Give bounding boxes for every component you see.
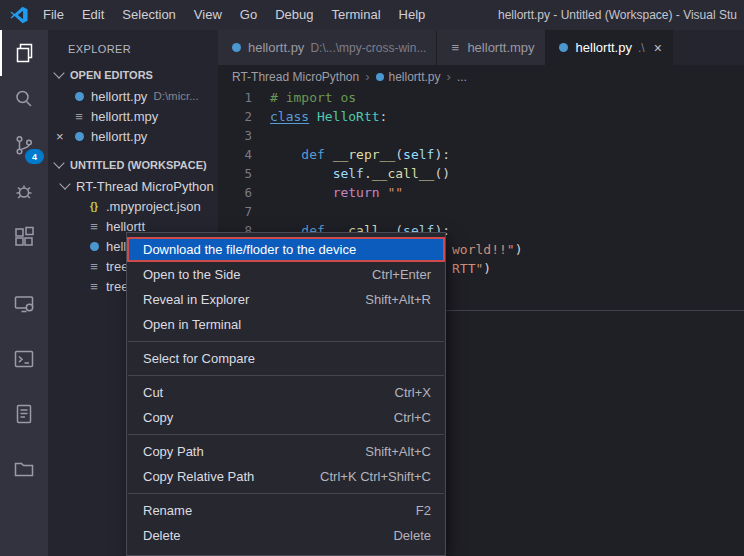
python-file-icon bbox=[556, 43, 572, 52]
titlebar: FileEditSelectionViewGoDebugTerminalHelp… bbox=[0, 0, 744, 30]
scm-badge: 4 bbox=[25, 149, 44, 164]
line-number: 1 bbox=[218, 88, 252, 107]
code-text: # import os bbox=[270, 88, 356, 107]
activity-terminal-button[interactable] bbox=[0, 336, 48, 382]
activity-bar: 4 bbox=[0, 30, 48, 556]
context-menu-item-cut[interactable]: CutCtrl+X bbox=[127, 380, 445, 405]
output-document-icon bbox=[12, 402, 36, 426]
open-editor-name: hellortt.mpy bbox=[91, 109, 158, 124]
code-text: class HelloRtt: bbox=[270, 107, 387, 126]
workspace-header[interactable]: UNTITLED (WORKSPACE) bbox=[48, 154, 218, 176]
menu-terminal[interactable]: Terminal bbox=[322, 0, 389, 30]
shortcut-label: Ctrl+C bbox=[394, 410, 431, 425]
python-file-icon bbox=[228, 43, 244, 52]
tab-description: D:\...\mpy-cross-win... bbox=[310, 41, 426, 55]
open-editor-item[interactable]: ×≡hellortt.mpy bbox=[48, 106, 218, 126]
chevron-down-icon bbox=[59, 178, 70, 189]
context-menu-item-copy-path[interactable]: Copy PathShift+Alt+C bbox=[127, 439, 445, 464]
code-line: 3 bbox=[218, 126, 744, 145]
context-menu-item-reveal-in-explorer[interactable]: Reveal in ExplorerShift+Alt+R bbox=[127, 287, 445, 312]
line-number: 6 bbox=[218, 183, 252, 202]
context-menu-item-download-the-file-floder-to-the-device[interactable]: Download the file/floder to the device bbox=[127, 237, 445, 262]
tab-description: .\ bbox=[638, 41, 645, 55]
code-text: RTT") bbox=[452, 259, 491, 278]
code-line: 2class HelloRtt: bbox=[218, 107, 744, 126]
breadcrumb-item[interactable]: hellortt.py bbox=[389, 70, 441, 84]
menu-file[interactable]: File bbox=[34, 0, 73, 30]
open-editor-item[interactable]: ×hellortt.py bbox=[48, 126, 218, 146]
activity-folder-button[interactable] bbox=[0, 446, 48, 492]
python-file-icon bbox=[376, 73, 384, 81]
menu-go[interactable]: Go bbox=[231, 0, 266, 30]
context-menu-item-copy-relative-path[interactable]: Copy Relative PathCtrl+K Ctrl+Shift+C bbox=[127, 464, 445, 489]
context-menu-item-delete[interactable]: DeleteDelete bbox=[127, 523, 445, 548]
menu-separator bbox=[128, 434, 444, 435]
code-line: 7 bbox=[218, 202, 744, 221]
activity-debug-button[interactable] bbox=[0, 168, 48, 214]
activity-explorer-button[interactable] bbox=[0, 30, 48, 76]
menu-edit[interactable]: Edit bbox=[73, 0, 113, 30]
file-lines-icon: ≡ bbox=[86, 259, 102, 274]
context-menu-item-open-in-terminal[interactable]: Open in Terminal bbox=[127, 312, 445, 337]
close-icon[interactable]: × bbox=[654, 40, 662, 56]
open-editors-list: ×hellortt.pyD:\micr...×≡hellortt.mpy×hel… bbox=[48, 86, 218, 146]
file-name: .mpyproject.json bbox=[106, 199, 201, 214]
line-number: 3 bbox=[218, 126, 252, 145]
json-file-icon: {} bbox=[86, 201, 102, 212]
chevron-right-icon: › bbox=[365, 69, 369, 84]
shortcut-label: F2 bbox=[416, 503, 431, 518]
python-file-icon bbox=[71, 92, 87, 101]
code-line: 1# import os bbox=[218, 88, 744, 107]
extensions-icon bbox=[12, 225, 36, 249]
close-icon[interactable]: × bbox=[52, 129, 71, 144]
menu-separator bbox=[128, 341, 444, 342]
folder-label: RT-Thread MicroPython bbox=[76, 179, 214, 194]
shortcut-label: Shift+Alt+R bbox=[365, 292, 431, 307]
menu-view[interactable]: View bbox=[185, 0, 231, 30]
menu-debug[interactable]: Debug bbox=[266, 0, 322, 30]
files-icon bbox=[13, 41, 37, 65]
code-line: 4 def __repr__(self): bbox=[218, 145, 744, 164]
tab-label: hellortt.mpy bbox=[467, 40, 534, 55]
chevron-right-icon: › bbox=[447, 69, 451, 84]
menu-help[interactable]: Help bbox=[390, 0, 435, 30]
terminal-icon bbox=[12, 347, 36, 371]
shortcut-label: Ctrl+Enter bbox=[372, 267, 431, 282]
window-title: hellortt.py - Untitled (Workspace) - Vis… bbox=[498, 0, 737, 30]
activity-extensions-button[interactable] bbox=[0, 214, 48, 260]
open-editor-item[interactable]: ×hellortt.pyD:\micr... bbox=[48, 86, 218, 106]
tab-hellortt-py-0[interactable]: hellortt.pyD:\...\mpy-cross-win... bbox=[218, 30, 437, 65]
breadcrumb-item[interactable]: ... bbox=[457, 70, 467, 84]
tab-hellortt-mpy-1[interactable]: ≡hellortt.mpy bbox=[437, 30, 545, 65]
activity-device-button[interactable] bbox=[0, 281, 48, 327]
open-editors-label: OPEN EDITORS bbox=[70, 69, 153, 81]
code-text: return "" bbox=[270, 183, 403, 202]
context-menu-item-rename[interactable]: RenameF2 bbox=[127, 498, 445, 523]
menu-selection[interactable]: Selection bbox=[113, 0, 184, 30]
context-menu-item-open-to-the-side[interactable]: Open to the SideCtrl+Enter bbox=[127, 262, 445, 287]
python-file-icon bbox=[71, 132, 87, 141]
search-icon bbox=[12, 87, 36, 111]
code-text: def __repr__(self): bbox=[270, 145, 450, 164]
chevron-down-icon bbox=[53, 67, 64, 78]
activity-search-button[interactable] bbox=[0, 76, 48, 122]
context-menu-item-select-for-compare[interactable]: Select for Compare bbox=[127, 346, 445, 371]
open-editor-name: hellortt.py bbox=[91, 89, 147, 104]
line-number: 7 bbox=[218, 202, 252, 221]
activity-source-control-button[interactable]: 4 bbox=[0, 122, 48, 168]
context-menu-item-copy[interactable]: CopyCtrl+C bbox=[127, 405, 445, 430]
breadcrumb: RT-Thread MicroPython›hellortt.py›... bbox=[218, 65, 744, 88]
activity-output-button[interactable] bbox=[0, 391, 48, 437]
line-number: 4 bbox=[218, 145, 252, 164]
menu-separator bbox=[128, 375, 444, 376]
breadcrumb-item[interactable]: RT-Thread MicroPython bbox=[232, 70, 359, 84]
code-text: world!!") bbox=[452, 240, 522, 259]
file-lines-icon: ≡ bbox=[86, 219, 102, 234]
file-item-mpyproject-json[interactable]: {}.mpyproject.json bbox=[48, 196, 218, 216]
tab-hellortt-py-2[interactable]: hellortt.py.\× bbox=[546, 30, 673, 65]
open-editors-header[interactable]: OPEN EDITORS bbox=[48, 64, 218, 86]
shortcut-label: Ctrl+K Ctrl+Shift+C bbox=[320, 469, 431, 484]
vscode-logo-icon bbox=[10, 6, 28, 24]
folder-rt-thread-micropython[interactable]: RT-Thread MicroPython bbox=[48, 176, 218, 196]
folder-icon bbox=[12, 457, 36, 481]
